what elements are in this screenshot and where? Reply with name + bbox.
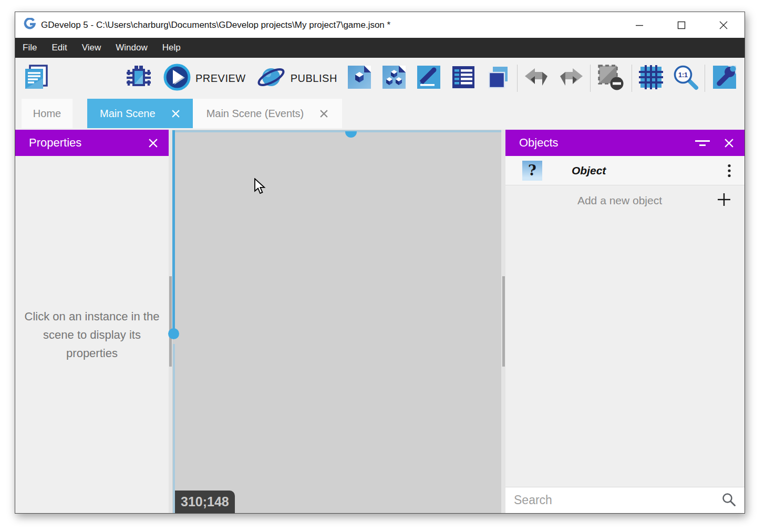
- add-object-label: Add a new object: [522, 194, 717, 207]
- plus-icon[interactable]: [717, 193, 731, 208]
- svg-text:1:1: 1:1: [678, 71, 688, 79]
- preview-button[interactable]: PREVIEW: [163, 64, 246, 93]
- menu-view[interactable]: View: [75, 38, 109, 58]
- close-tab-icon[interactable]: [171, 109, 180, 118]
- close-panel-icon[interactable]: [148, 138, 158, 148]
- publish-button[interactable]: PUBLISH: [256, 63, 337, 93]
- canvas-horizontal-scrollbar[interactable]: [175, 130, 501, 132]
- tab-bar: Home Main Scene Main Scene (Events): [15, 99, 745, 128]
- title-bar: GDevelop 5 - C:\Users\charburg\Documents…: [15, 12, 745, 38]
- panel-resize-handle[interactable]: [169, 130, 172, 513]
- debug-icon[interactable]: [126, 64, 152, 92]
- toolbar-separator: [517, 65, 518, 92]
- objects-panel-title: Objects: [519, 136, 559, 150]
- menu-bar: File Edit View Window Help: [15, 38, 745, 58]
- mouse-cursor-icon: [254, 178, 266, 197]
- object-thumbnail-question-icon: ?: [522, 161, 542, 181]
- instances-list-icon[interactable]: [381, 65, 407, 92]
- cursor-coordinates-badge: 310;148: [175, 491, 235, 513]
- redo-icon[interactable]: [559, 67, 584, 89]
- toolbar-separator: [632, 65, 632, 92]
- window-controls: [618, 12, 745, 38]
- layers-icon[interactable]: [485, 65, 511, 92]
- menu-file[interactable]: File: [15, 38, 44, 58]
- search-icon[interactable]: [721, 492, 736, 509]
- properties-empty-message: Click on an instance in the scene to dis…: [22, 307, 162, 362]
- grid-icon[interactable]: [638, 65, 664, 92]
- menu-help[interactable]: Help: [155, 38, 188, 58]
- resize-handle-thumb[interactable]: [502, 276, 505, 367]
- preview-label: PREVIEW: [195, 72, 246, 85]
- object-options-menu-icon[interactable]: [728, 164, 731, 178]
- maximize-button[interactable]: [660, 12, 702, 38]
- menu-window[interactable]: Window: [108, 38, 154, 58]
- undo-icon[interactable]: [524, 67, 549, 89]
- scene-canvas[interactable]: 310;148: [172, 130, 501, 513]
- objects-editor-icon[interactable]: [347, 65, 372, 92]
- properties-panel-header: Properties: [15, 130, 169, 156]
- settings-wrench-icon[interactable]: [711, 64, 738, 92]
- tab-label: Main Scene (Events): [206, 108, 304, 120]
- canvas-vertical-scrollbar[interactable]: [172, 130, 175, 333]
- gdevelop-logo-icon: [24, 18, 36, 32]
- close-panel-icon[interactable]: [724, 138, 734, 148]
- toolbar-separator: [705, 65, 705, 92]
- deselect-mask-icon[interactable]: [597, 64, 625, 93]
- resize-handle-thumb[interactable]: [169, 276, 172, 367]
- objects-panel-header: Objects: [505, 130, 745, 156]
- project-manager-icon[interactable]: [23, 64, 50, 92]
- close-tab-icon[interactable]: [319, 109, 328, 118]
- tab-main-scene[interactable]: Main Scene: [87, 99, 193, 128]
- tab-label: Home: [33, 108, 61, 120]
- objects-list-empty-area: [505, 216, 745, 487]
- desktop-background: GDevelop 5 - C:\Users\charburg\Documents…: [0, 0, 765, 532]
- publish-label: PUBLISH: [291, 72, 337, 85]
- add-new-object-row[interactable]: Add a new object: [505, 185, 745, 216]
- tab-label: Main Scene: [100, 108, 156, 120]
- object-name: Object: [572, 164, 606, 177]
- horizontal-scroll-thumb[interactable]: [345, 131, 357, 138]
- properties-panel-title: Properties: [29, 136, 81, 150]
- gdevelop-window: GDevelop 5 - C:\Users\charburg\Documents…: [15, 12, 745, 514]
- scene-properties-icon[interactable]: [416, 65, 441, 92]
- publish-globe-icon: [256, 63, 286, 93]
- minimize-button[interactable]: [618, 12, 660, 38]
- tab-home[interactable]: Home: [22, 99, 73, 128]
- panel-resize-handle[interactable]: [501, 130, 505, 513]
- search-input[interactable]: [514, 493, 721, 507]
- object-list-item[interactable]: ? Object: [505, 156, 745, 185]
- properties-panel: Properties Click on an instance in the s…: [15, 130, 169, 513]
- canvas-vertical-scrollbar[interactable]: [173, 344, 175, 513]
- preview-play-icon: [163, 64, 191, 93]
- toolbar: PREVIEW PUBLISH: [15, 58, 745, 99]
- main-content: Properties Click on an instance in the s…: [15, 128, 745, 513]
- vertical-scroll-thumb[interactable]: [168, 328, 179, 339]
- objects-panel: Objects ? Object: [505, 130, 745, 513]
- menu-edit[interactable]: Edit: [44, 38, 74, 58]
- toolbar-separator: [590, 65, 591, 92]
- window-title: GDevelop 5 - C:\Users\charburg\Documents…: [41, 20, 390, 30]
- zoom-1-1-icon[interactable]: 1:1: [672, 64, 699, 93]
- properties-panel-body: Click on an instance in the scene to dis…: [15, 156, 169, 513]
- events-sheet-icon[interactable]: [451, 65, 476, 92]
- filter-icon[interactable]: [695, 139, 710, 147]
- tab-main-scene-events[interactable]: Main Scene (Events): [193, 99, 343, 128]
- close-window-button[interactable]: [702, 12, 745, 38]
- object-search-bar: [505, 487, 745, 513]
